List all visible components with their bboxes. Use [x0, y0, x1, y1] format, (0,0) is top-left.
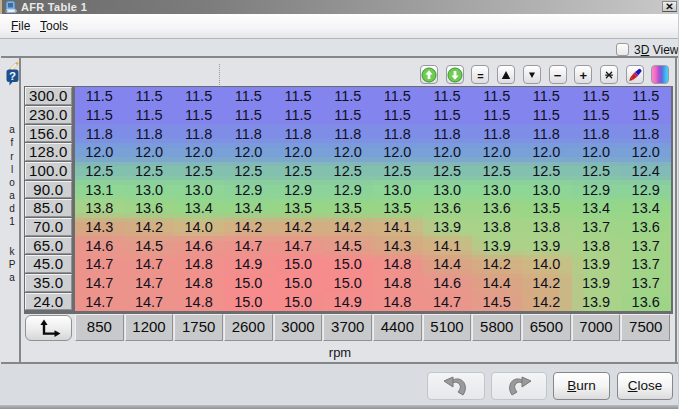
- svg-text:?: ?: [9, 70, 16, 82]
